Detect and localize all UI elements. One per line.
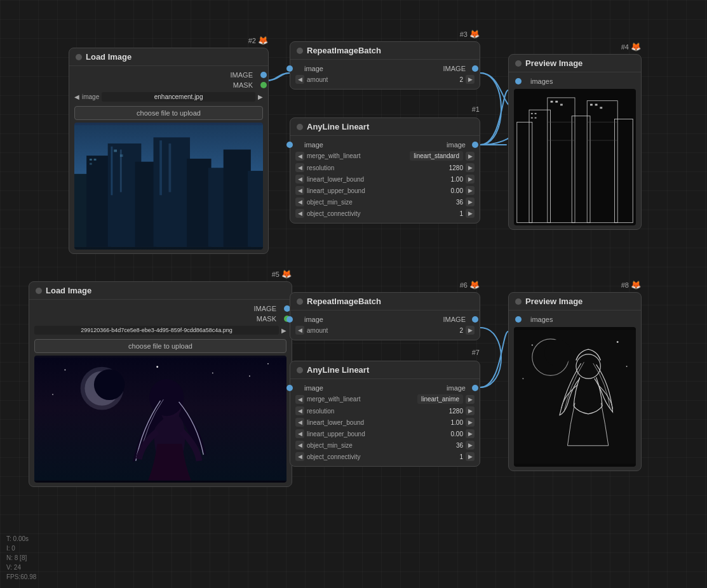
image-out-port-1[interactable] (260, 72, 267, 78)
res-arrow-right-1[interactable]: ▶ (466, 163, 475, 172)
svg-point-44 (64, 370, 65, 371)
merge-arrow-right-1[interactable]: ▶ (466, 152, 475, 161)
merge-value-2: lineart_anime (417, 394, 463, 404)
file-arrow-left-1[interactable]: ◀ (74, 93, 79, 100)
node-id-1: #1 (472, 105, 480, 113)
image-out-label-anyline-2: image (447, 384, 466, 392)
port-row-preview-1: images (514, 76, 636, 86)
node-body-preview-1: images (509, 72, 641, 229)
res-arrow-left-1[interactable]: ◀ (295, 163, 304, 172)
port-row-mask-out-1: MASK (74, 80, 263, 90)
lb-value-1: 1.00 (441, 176, 463, 183)
svg-rect-34 (595, 104, 598, 106)
amount-arrow-left-1[interactable]: ◀ (295, 75, 304, 84)
wire-rb1-al1 (480, 73, 501, 145)
image-in-port-repeat-1[interactable] (286, 65, 293, 72)
preview-anime-svg (514, 327, 636, 467)
file-arrow-right-1[interactable]: ▶ (258, 93, 263, 100)
image-in-port-anyline-1[interactable] (286, 142, 293, 148)
image-out-port-repeat-2[interactable] (472, 316, 478, 323)
image-out-port-anyline-2[interactable] (472, 385, 478, 391)
res-label-1: resolution (307, 164, 438, 171)
ms-label-2: object_min_size (307, 442, 438, 449)
upload-btn-2[interactable]: choose file to upload (34, 339, 286, 353)
ms-arrow-right-1[interactable]: ▶ (466, 197, 475, 206)
ub-arrow-left-1[interactable]: ◀ (295, 186, 304, 195)
ub-arrow-right-2[interactable]: ▶ (466, 429, 475, 438)
svg-rect-4 (135, 162, 157, 247)
fox-icon-4: 🦊 (631, 42, 641, 51)
ub-arrow-right-1[interactable]: ▶ (466, 186, 475, 195)
node-body-repeat-2: image IMAGE ◀ amount 2 ▶ (290, 311, 480, 340)
ub-arrow-left-2[interactable]: ◀ (295, 429, 304, 438)
lb-arrow-right-1[interactable]: ▶ (466, 175, 475, 184)
right-port-anyline-2: image (447, 384, 475, 392)
anime-image-preview-2 (34, 356, 286, 483)
repeat-batch-node-1: #3 🦊 RepeatImageBatch image IMAGE ◀ amou… (290, 41, 480, 90)
file-name-1: enhancement.jpg (102, 92, 255, 102)
con-arrow-right-1[interactable]: ▶ (466, 209, 475, 218)
amount-arrow-right-1[interactable]: ▶ (466, 75, 475, 84)
images-in-port-2[interactable] (515, 316, 522, 323)
con-arrow-right-2[interactable]: ▶ (466, 452, 475, 461)
svg-point-48 (52, 394, 53, 395)
connectivity-row-1: ◀ object_connectivity 1 ▶ (295, 208, 475, 219)
merge-arrow-right-2[interactable]: ▶ (466, 395, 475, 404)
right-port-anyline-1: image (447, 141, 475, 149)
svg-rect-28 (531, 117, 533, 119)
node-dot-repeat-1 (297, 48, 303, 54)
amount-label-1: amount (307, 76, 438, 83)
lb-arrow-left-2[interactable]: ◀ (295, 418, 304, 427)
preview-anime-dark-2 (514, 327, 636, 467)
res-arrow-right-2[interactable]: ▶ (466, 406, 475, 415)
con-arrow-left-2[interactable]: ◀ (295, 452, 304, 461)
right-port-container-2: IMAGE (443, 316, 475, 323)
wire-rb2-al2 (480, 328, 501, 387)
node-header-anyline-2: AnyLine Lineart (290, 361, 480, 379)
lb-arrow-right-2[interactable]: ▶ (466, 418, 475, 427)
port-row-image-out-2: IMAGE (34, 304, 286, 314)
svg-rect-2 (86, 156, 111, 247)
svg-point-47 (267, 363, 269, 364)
mask-out-label-1: MASK (233, 81, 253, 89)
file-arrow-right-2[interactable]: ▶ (281, 327, 286, 334)
con-arrow-left-1[interactable]: ◀ (295, 209, 304, 218)
mask-out-port-1[interactable] (260, 82, 267, 88)
node-dot-1 (76, 54, 82, 60)
amount-arrow-right-2[interactable]: ▶ (466, 326, 475, 335)
resolution-row-1: ◀ resolution 1280 ▶ (295, 162, 475, 173)
amount-value-1: 2 (441, 76, 463, 83)
svg-rect-29 (535, 117, 537, 119)
image-out-port-repeat-1[interactable] (472, 65, 478, 72)
amount-arrow-left-2[interactable]: ◀ (295, 326, 304, 335)
image-in-label-anyline-1: image (304, 141, 323, 149)
svg-rect-14 (90, 159, 92, 161)
node-title-preview-2: Preview Image (525, 297, 582, 306)
svg-rect-32 (560, 104, 563, 106)
merge-arrow-left-1[interactable]: ◀ (295, 152, 304, 161)
images-in-port-1[interactable] (515, 78, 522, 84)
repeat-batch-node-2: #6 🦊 RepeatImageBatch image IMAGE ◀ amou… (290, 292, 480, 340)
ms-arrow-left-2[interactable]: ◀ (295, 441, 304, 450)
ms-arrow-left-1[interactable]: ◀ (295, 197, 304, 206)
merge-row-2: ◀ merge_with_lineart lineart_anime ▶ (295, 393, 475, 405)
image-in-port-anyline-2[interactable] (286, 385, 293, 391)
upper-bound-row-1: ◀ lineart_upper_bound 0.00 ▶ (295, 185, 475, 196)
node-dot-load-2 (36, 288, 42, 294)
image-in-port-repeat-2[interactable] (286, 316, 293, 323)
node-header-repeat-1: RepeatImageBatch (290, 42, 480, 60)
upload-btn-1[interactable]: choose file to upload (74, 106, 263, 120)
ub-label-1: lineart_upper_bound (307, 187, 438, 194)
lb-arrow-left-1[interactable]: ◀ (295, 175, 304, 184)
left-port-container-1: image (295, 65, 323, 72)
image-out-port-anyline-1[interactable] (472, 142, 478, 148)
node-dot-preview-1 (515, 60, 522, 67)
mask-out-label-2: MASK (257, 315, 276, 323)
svg-rect-31 (555, 101, 558, 103)
file-row-1: ◀ image enhancement.jpg ▶ (74, 90, 263, 104)
merge-arrow-left-2[interactable]: ◀ (295, 395, 304, 404)
image-in-label-repeat-2: image (304, 316, 323, 323)
city-svg-1 (74, 123, 263, 250)
res-arrow-left-2[interactable]: ◀ (295, 406, 304, 415)
ms-arrow-right-2[interactable]: ▶ (466, 441, 475, 450)
